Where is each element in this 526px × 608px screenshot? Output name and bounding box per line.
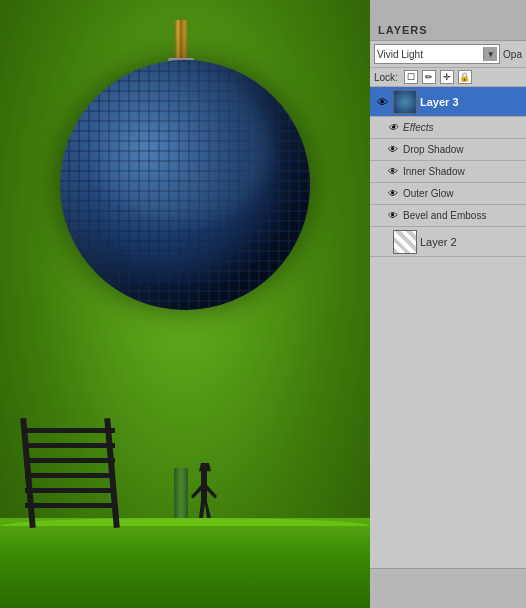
outer-glow-eye[interactable]: 👁 [386,187,400,201]
ladder-rung-6 [25,503,115,508]
outer-glow-row[interactable]: 👁 Outer Glow [370,183,526,205]
layers-panel-header: LAYERS [370,20,526,41]
globe-container [55,20,315,310]
inner-shadow-row[interactable]: 👁 Inner Shadow [370,161,526,183]
blend-mode-row: Vivid Light ▼ Opa [370,41,526,68]
lock-row: Lock: ☐ ✏ ✛ 🔒 [370,68,526,87]
layer-2-visibility-eye[interactable] [374,234,390,250]
ladder-rung-2 [25,443,115,448]
layer-2-thumbnail [393,230,417,254]
person-silhouette [185,463,225,518]
ladder-rung-5 [25,488,115,493]
canvas-area [0,0,370,608]
ground [0,518,370,608]
layer-2-row[interactable]: Layer 2 [370,227,526,257]
panel-top-bar [370,0,526,20]
ladder [20,418,120,528]
drop-shadow-row[interactable]: 👁 Drop Shadow [370,139,526,161]
effects-visibility-eye[interactable]: 👁 [386,121,400,135]
blend-dropdown-arrow[interactable]: ▼ [483,47,497,61]
effects-label: Effects [403,122,434,133]
person-body [185,463,225,518]
ladder-rung-3 [25,458,115,463]
panel-bottom-bar [370,568,526,608]
layer-3-row[interactable]: 👁 Layer 3 [370,87,526,117]
outer-glow-label: Outer Glow [403,188,454,199]
layers-title: LAYERS [378,24,428,36]
layer-2-thumb-bg [394,231,416,253]
blend-mode-dropdown[interactable]: Vivid Light ▼ [374,44,500,64]
blend-mode-value: Vivid Light [377,49,423,60]
panel-spacer [370,257,526,568]
effects-header-row[interactable]: 👁 Effects [370,117,526,139]
layers-content: LAYERS Vivid Light ▼ Opa Lock: ☐ ✏ ✛ 🔒 👁… [370,20,526,608]
layer-2-name: Layer 2 [420,236,522,248]
layer-3-thumb-bg [394,91,416,113]
lock-brush-icon[interactable]: ✏ [422,70,436,84]
opacity-label: Opa [503,49,522,60]
lock-move-icon[interactable]: ✛ [440,70,454,84]
drop-shadow-eye[interactable]: 👁 [386,143,400,157]
globe [60,60,310,310]
bevel-emboss-label: Bevel and Emboss [403,210,486,221]
ladder-rung-1 [25,428,115,433]
layer-3-thumbnail [393,90,417,114]
bevel-emboss-eye[interactable]: 👁 [386,209,400,223]
lock-label: Lock: [374,72,398,83]
ladder-rung-4 [25,473,115,478]
lock-checkbox[interactable]: ☐ [404,70,418,84]
layer-3-visibility-eye[interactable]: 👁 [374,94,390,110]
drop-shadow-label: Drop Shadow [403,144,464,155]
inner-shadow-label: Inner Shadow [403,166,465,177]
layer-3-name: Layer 3 [420,96,522,108]
lock-all-icon[interactable]: 🔒 [458,70,472,84]
inner-shadow-eye[interactable]: 👁 [386,165,400,179]
bevel-emboss-row[interactable]: 👁 Bevel and Emboss [370,205,526,227]
layers-panel: LAYERS Vivid Light ▼ Opa Lock: ☐ ✏ ✛ 🔒 👁… [370,0,526,608]
